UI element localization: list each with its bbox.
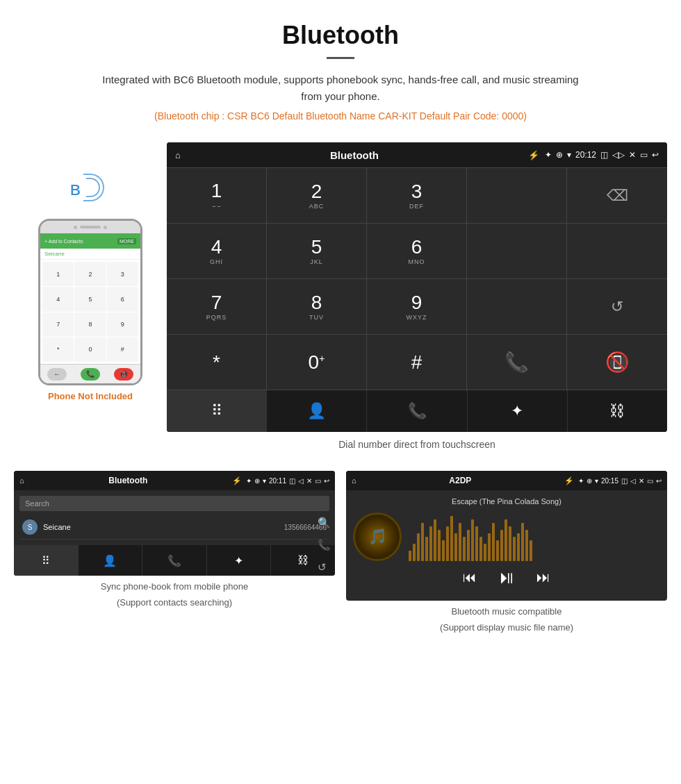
- search-bar[interactable]: Search: [19, 496, 329, 511]
- key-0[interactable]: 0+: [267, 335, 367, 390]
- key-empty-4: [467, 279, 567, 335]
- key-5[interactable]: 5 JKL: [267, 224, 367, 279]
- pb-nav-bt[interactable]: ✦: [207, 545, 272, 576]
- window-icon: ▭: [640, 150, 648, 160]
- key-call[interactable]: 📞: [467, 335, 567, 390]
- screen-caption: Dial number direct from touchscreen: [167, 439, 667, 450]
- phone-key-9[interactable]: 9: [107, 312, 138, 337]
- nav-bluetooth[interactable]: ✦: [468, 390, 568, 432]
- bluetooth-waves: ʙ: [63, 170, 118, 212]
- viz-bar: [438, 530, 441, 561]
- pb-win: ▭: [315, 477, 321, 485]
- pb-vol: ◁: [298, 477, 304, 485]
- nav-dialpad[interactable]: ⠿: [167, 390, 267, 432]
- music-screen-wrap: ⌂ A2DP ⚡ ✦ ⊕ ▾ 20:15 ◫ ◁ ✕ ▭ ↩ Escape (T…: [346, 471, 667, 633]
- wifi-icon: ▾: [567, 150, 571, 160]
- key-9-sub: WXYZ: [407, 314, 427, 321]
- page-title: Bluetooth: [14, 21, 667, 50]
- key-6[interactable]: 6 MNO: [367, 224, 467, 279]
- key-1-main: 1: [211, 181, 222, 201]
- viz-bar: [530, 540, 532, 561]
- viz-bar: [471, 519, 474, 561]
- phonebook-screen: ⌂ Bluetooth ⚡ ✦ ⊕ ▾ 20:11 ◫ ◁ ✕ ▭ ↩: [14, 471, 335, 576]
- phone-key-8[interactable]: 8: [74, 312, 106, 337]
- phone-top-bar: [40, 221, 140, 233]
- phone-key-4[interactable]: 4: [42, 287, 74, 311]
- key-9-main: 9: [411, 293, 422, 312]
- home-icon[interactable]: ⌂: [175, 150, 181, 160]
- phone-key-2[interactable]: 2: [74, 262, 106, 286]
- key-hash[interactable]: #: [367, 335, 467, 390]
- viz-bar: [513, 537, 516, 561]
- phone-key-star[interactable]: *: [42, 337, 74, 362]
- reload-icon: ↺: [611, 298, 623, 316]
- pb-nav-phone[interactable]: 📞: [142, 545, 207, 576]
- ms-loc: ⊕: [586, 477, 592, 485]
- phone-key-hash[interactable]: #: [107, 337, 138, 362]
- ms-back[interactable]: ↩: [656, 477, 662, 485]
- key-backspace[interactable]: ⌫: [567, 168, 667, 224]
- pb-x[interactable]: ✕: [306, 477, 312, 485]
- phonebook-inner: Search S Seicane 13566664466 🔍 📞 ↺: [14, 490, 335, 545]
- x-icon[interactable]: ✕: [629, 150, 636, 160]
- viz-bar: [429, 526, 432, 561]
- phone-key-5[interactable]: 5: [74, 287, 106, 311]
- key-2[interactable]: 2 ABC: [267, 168, 367, 224]
- phone-bottom-bar: ← 📞 📵: [40, 364, 140, 383]
- phone-more: MORE: [117, 238, 136, 244]
- backspace-icon: ⌫: [607, 187, 628, 205]
- ms-home-icon[interactable]: ⌂: [352, 476, 356, 485]
- key-1-sub: ⌣⌣: [212, 202, 222, 210]
- key-hangup[interactable]: 📵: [567, 335, 667, 390]
- key-8[interactable]: 8 TUV: [267, 279, 367, 335]
- phone-keypad: 1 2 3 4 5 6 7 8 9 * 0 #: [40, 260, 140, 364]
- nav-contacts[interactable]: 👤: [267, 390, 367, 432]
- viz-bar: [417, 533, 420, 561]
- ms-x[interactable]: ✕: [639, 477, 644, 485]
- pb-nav-contacts[interactable]: 👤: [79, 545, 143, 576]
- pb-reload-icon[interactable]: ↺: [318, 561, 331, 574]
- music-screen: ⌂ A2DP ⚡ ✦ ⊕ ▾ 20:15 ◫ ◁ ✕ ▭ ↩ Escape (T…: [346, 471, 667, 601]
- phone-key-1[interactable]: 1: [42, 262, 74, 286]
- camera-icon: ◫: [600, 150, 608, 160]
- key-9[interactable]: 9 WXYZ: [367, 279, 467, 335]
- usb-icon: ⚡: [528, 150, 539, 160]
- phone-key-0[interactable]: 0: [74, 337, 106, 362]
- key-reload[interactable]: ↺: [567, 279, 667, 335]
- pb-nav-dialpad[interactable]: ⠿: [14, 545, 79, 576]
- music-note-icon: 🎵: [368, 528, 387, 546]
- key-1[interactable]: 1 ⌣⌣: [167, 168, 267, 224]
- contact-avatar: S: [22, 519, 38, 535]
- phonebook-nav-bar: ⠿ 👤 📞 ✦ ⛓: [14, 545, 335, 576]
- key-7-sub: PQRS: [206, 314, 227, 321]
- ms-cam: ◫: [621, 477, 627, 485]
- music-caption-2: (Support display music file name): [346, 622, 667, 633]
- play-pause-button[interactable]: ⏯: [498, 567, 516, 588]
- phone-btn-back[interactable]: ←: [47, 368, 67, 381]
- key-star[interactable]: *: [167, 335, 267, 390]
- pb-search-icon[interactable]: 🔍: [318, 517, 331, 529]
- prev-button[interactable]: ⏮: [463, 569, 477, 585]
- contact-row[interactable]: S Seicane 13566664466: [19, 515, 329, 540]
- viz-bar: [475, 526, 478, 561]
- back-icon[interactable]: ↩: [652, 150, 659, 160]
- phone-btn-hangup[interactable]: 📵: [114, 368, 133, 381]
- phone-key-3[interactable]: 3: [107, 262, 138, 286]
- phone-mockup: + Add to Contacts MORE Seicane 1 2 3 4 5…: [38, 219, 142, 385]
- next-button[interactable]: ⏭: [536, 569, 550, 585]
- pb-home-icon[interactable]: ⌂: [19, 476, 24, 485]
- key-4[interactable]: 4 GHI: [167, 224, 267, 279]
- phone-btn-call[interactable]: 📞: [81, 368, 100, 381]
- phone-key-7[interactable]: 7: [42, 312, 74, 337]
- key-0-main: 0+: [309, 353, 325, 372]
- nav-phone[interactable]: 📞: [367, 390, 467, 432]
- viz-bar: [504, 519, 507, 561]
- nav-link[interactable]: ⛓: [568, 390, 667, 432]
- pb-usb: ⚡: [232, 476, 242, 485]
- ms-status-icons: ✦ ⊕ ▾ 20:15 ◫ ◁ ✕ ▭ ↩: [578, 477, 662, 485]
- key-3[interactable]: 3 DEF: [367, 168, 467, 224]
- phone-key-6[interactable]: 6: [107, 287, 138, 311]
- pb-back[interactable]: ↩: [324, 477, 329, 485]
- key-7[interactable]: 7 PQRS: [167, 279, 267, 335]
- pb-call-icon[interactable]: 📞: [318, 539, 331, 551]
